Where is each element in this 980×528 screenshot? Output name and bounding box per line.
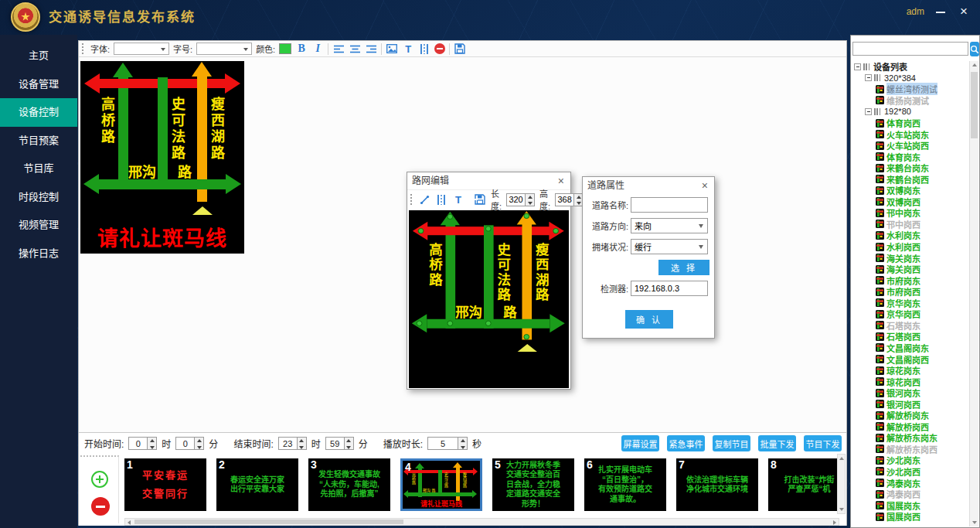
road-node-handle[interactable] [447, 321, 453, 326]
font-family-dropdown[interactable] [114, 43, 169, 55]
device-item[interactable]: 文昌阁岗东 [852, 342, 970, 354]
logged-in-user[interactable]: adm [907, 0, 924, 23]
device-item[interactable]: 海关岗西 [852, 264, 970, 275]
add-program-button[interactable] [91, 471, 108, 488]
device-item[interactable]: 市府岗西 [852, 286, 970, 298]
program-thumbnail-6[interactable]: 6扎实开展电动车“百日整治”，有效预防道路交通事故。 [584, 458, 666, 511]
device-item[interactable]: 银河岗西 [852, 398, 970, 410]
sidebar-item-8[interactable]: 操作日志 [0, 240, 77, 268]
device-item[interactable]: 体育岗西 [852, 118, 970, 129]
sidebar-item-3[interactable]: 设备控制 [0, 98, 77, 127]
copy-program-button[interactable]: 复制节目 [713, 435, 750, 451]
confirm-button[interactable]: 确 认 [625, 310, 673, 329]
start-hour-stepper[interactable]: 0 [128, 437, 157, 450]
program-thumbnail-1[interactable]: 1平安春运交警同行 [124, 458, 206, 511]
device-item[interactable]: 银河岗东 [852, 387, 970, 399]
device-item[interactable]: 维扬岗测试 [852, 95, 970, 107]
program-thumbnail-2[interactable]: 2春运安全连万家出行平安靠大家 [216, 458, 298, 511]
road-node-handle[interactable] [417, 321, 423, 326]
device-item[interactable]: 国展岗东 [852, 499, 970, 511]
search-button[interactable] [970, 42, 979, 56]
batch-send-button[interactable]: 批量下发 [758, 435, 796, 451]
length-value[interactable]: 320 [507, 194, 525, 206]
program-thumbnail-7[interactable]: 7依法治理非标车辆净化城市交通环境 [676, 458, 758, 511]
device-item[interactable]: 石塔岗东 [852, 320, 970, 332]
tree-expander-icon[interactable] [865, 74, 872, 81]
select-button[interactable]: 选 择 [658, 260, 709, 275]
text-tool-button[interactable]: T [402, 43, 414, 55]
road-edit-canvas[interactable]: 高桥路 史可法路 瘦西湖路 邢沟 路 请礼让斑马线 [409, 210, 569, 388]
toolbar-grip[interactable] [82, 43, 85, 54]
device-item[interactable]: 琼花岗东 [852, 365, 970, 376]
line-tool-icon[interactable] [418, 193, 430, 206]
duration-value[interactable]: 5 [428, 438, 458, 449]
sidebar-item-6[interactable]: 时段控制 [0, 183, 77, 212]
device-item[interactable]: 解放桥岗西 [852, 421, 970, 433]
road-node-handle[interactable] [447, 214, 453, 220]
end-minute-value[interactable]: 59 [326, 438, 344, 449]
device-item[interactable]: 鸿泰岗西 [852, 489, 970, 500]
toolbar-grip[interactable] [410, 194, 412, 205]
device-item[interactable]: 火车站岗东 [852, 128, 970, 140]
device-tree-root[interactable]: 设备列表 [852, 61, 970, 73]
align-center-icon[interactable] [349, 43, 361, 55]
sidebar-item-5[interactable]: 节目库 [0, 155, 77, 183]
device-group[interactable]: 192*80 [852, 106, 970, 118]
device-search-input[interactable] [852, 42, 968, 56]
italic-button[interactable]: I [311, 43, 324, 55]
close-icon[interactable]: × [556, 172, 566, 189]
sidebar-item-2[interactable]: 设备管理 [0, 70, 77, 99]
road-direction-select[interactable]: 来向 [631, 218, 708, 233]
end-minute-stepper[interactable]: 59 [325, 437, 354, 450]
align-right-icon[interactable] [365, 43, 377, 55]
start-minute-stepper[interactable]: 0 [175, 437, 204, 450]
device-item[interactable]: 来鹤台岗东 [852, 162, 970, 174]
sign-preview-board[interactable]: 高桥路 史可法路 瘦西湖路 邢沟 路 请礼让斑马线 [80, 61, 244, 254]
device-item[interactable]: 琼花岗西 [852, 376, 970, 387]
end-hour-stepper[interactable]: 23 [278, 437, 307, 450]
device-item[interactable]: 双博岗东 [852, 185, 970, 196]
program-thumbnail-3[interactable]: 3发生轻微交通事故“人未伤，车能动,先拍照，后撤离” [308, 458, 390, 511]
device-item[interactable]: 沙北岗东 [852, 455, 970, 466]
device-item[interactable]: 水利岗东 [852, 230, 970, 241]
align-left-icon[interactable] [332, 43, 345, 55]
color-swatch[interactable] [279, 43, 291, 54]
duration-stepper[interactable]: 5 [427, 437, 468, 450]
tree-expander-icon[interactable] [854, 63, 861, 70]
bold-button[interactable]: B [295, 43, 308, 55]
road-node-handle[interactable] [553, 228, 559, 233]
sidebar-item-1[interactable]: 主页 [0, 42, 77, 70]
device-item[interactable]: 螺丝湾桥测试 [852, 83, 970, 95]
congestion-select[interactable]: 缓行 [631, 239, 708, 254]
device-item[interactable]: 解放桥岗东 [852, 410, 970, 421]
start-hour-value[interactable]: 0 [129, 438, 147, 449]
device-item[interactable]: 国展岗西 [852, 511, 970, 523]
insert-image-icon[interactable] [386, 43, 398, 55]
close-button[interactable]: × [957, 5, 971, 19]
device-item[interactable]: 鸿泰岗东 [852, 477, 970, 489]
road-network-tool-icon[interactable] [435, 193, 447, 206]
road-edit-board[interactable]: 高桥路 史可法路 瘦西湖路 邢沟 路 请礼让斑马线 [409, 210, 568, 387]
tree-expander-icon[interactable] [865, 108, 872, 115]
program-thumbnail-5[interactable]: 5大力开展秋冬季交通安全整治百日会战，全力稳定道路交通安全形势！ [492, 458, 574, 511]
dialog-titlebar[interactable]: 道路属性 × [583, 177, 714, 194]
device-item[interactable]: 水利岗西 [852, 241, 970, 253]
device-item[interactable]: 双博岗西 [852, 196, 970, 208]
program-send-button[interactable]: 节目下发 [804, 435, 842, 451]
device-group[interactable]: 320*384 [852, 73, 970, 84]
road-node-handle[interactable] [485, 226, 492, 231]
device-item[interactable]: 京华岗西 [852, 308, 970, 320]
detector-field[interactable] [631, 281, 708, 296]
program-thumbnail-4[interactable]: 4高桥路史可法路瘦西湖路邢沟 路请礼让斑马线 [400, 458, 482, 511]
device-item[interactable]: 解放桥东岗东 [852, 432, 970, 444]
road-network-tool-icon[interactable] [418, 43, 430, 55]
close-icon[interactable]: × [700, 177, 709, 194]
editor-canvas[interactable]: 高桥路 史可法路 瘦西湖路 邢沟 路 请礼让斑马线 路网编辑 × T [79, 57, 846, 432]
device-item[interactable]: 火车站岗西 [852, 140, 970, 152]
road-node-handle[interactable] [523, 334, 529, 339]
device-item[interactable]: 邗中岗西 [852, 219, 970, 230]
device-item[interactable]: 文昌阁岗西 [852, 353, 970, 365]
program-thumbnail-8[interactable]: 8打击改装“炸街严查严惩“机 [768, 458, 839, 511]
font-size-dropdown[interactable] [196, 43, 252, 55]
height-value[interactable]: 368 [556, 194, 573, 206]
